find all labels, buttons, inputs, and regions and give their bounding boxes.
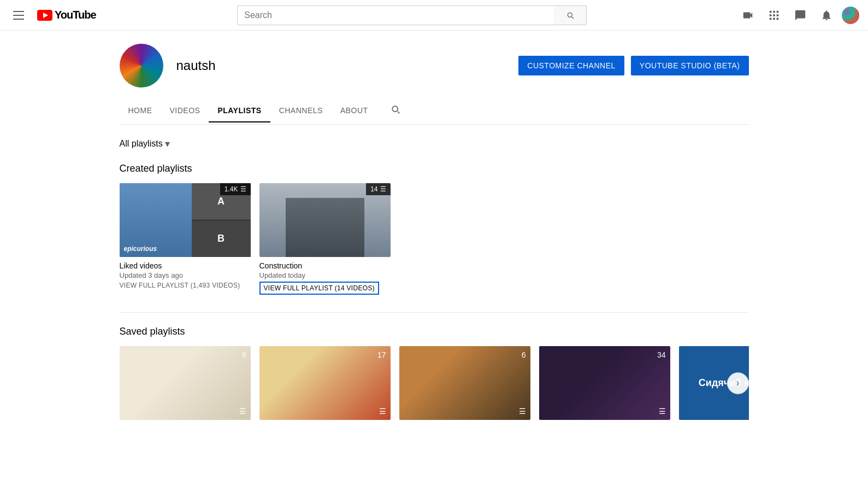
channel-search-icon[interactable] [381,96,410,124]
svg-rect-7 [777,14,779,16]
messages-icon[interactable] [789,4,811,26]
header-left: YouTube [9,7,96,24]
created-playlists-section: Created playlists A B epicurious [120,163,749,295]
tab-home[interactable]: HOME [120,98,161,122]
created-playlists-grid: A B epicurious 1.4K ☰ Liked videos Updat… [120,183,749,295]
chevron-down-icon: ▾ [165,138,170,150]
channel-nav: HOME VIDEOS PLAYLISTS CHANNELS ABOUT [120,96,749,125]
filter-row: All playlists ▾ [120,138,749,150]
filter-label: All playlists [120,139,163,149]
header: YouTube [0,0,868,31]
notifications-icon[interactable] [816,4,837,26]
queue-icon: ☰ [380,185,386,193]
search-form[interactable] [237,5,587,25]
list-item[interactable]: 9 ☰ [120,346,251,420]
queue-icon: ☰ [239,407,246,416]
youtube-studio-button[interactable]: YOUTUBE STUDIO (BETA) [631,56,749,75]
playlist-title: Construction [259,261,391,270]
saved-count-badge: 17 [377,350,386,359]
playlist-count-badge: 1.4K ☰ [220,183,251,195]
svg-rect-3 [773,10,775,13]
list-item[interactable]: A B epicurious 1.4K ☰ Liked videos Updat… [120,183,251,295]
svg-rect-2 [770,10,772,13]
header-center [96,5,728,25]
playlist-count-badge: 14 ☰ [366,183,390,195]
search-input[interactable] [237,5,554,25]
tab-channels[interactable]: CHANNELS [270,98,332,122]
saved-playlists-section: Saved playlists 9 ☰ 17 ☰ [120,326,749,420]
list-item[interactable]: 34 ☰ [539,346,670,420]
list-item[interactable]: 6 ☰ [399,346,530,420]
list-item[interactable]: 14 ☰ Construction Updated today VIEW FUL… [259,183,391,295]
saved-count-badge: 9 [242,350,246,359]
playlist-thumbnail: A B epicurious 1.4K ☰ [120,183,251,257]
youtube-logo-icon [37,10,52,21]
search-icon [566,11,575,20]
header-right [737,4,859,26]
playlist-updated: Updated today [259,271,391,279]
avatar[interactable] [842,7,859,24]
svg-rect-4 [777,10,779,13]
created-playlists-title: Created playlists [120,163,749,174]
hamburger-menu[interactable] [9,7,28,24]
channel-actions: CUSTOMIZE CHANNEL YOUTUBE STUDIO (BETA) [518,56,748,75]
view-full-playlist-link-highlighted[interactable]: VIEW FULL PLAYLIST (14 VIDEOS) [259,282,380,295]
saved-playlists-wrapper: 9 ☰ 17 ☰ 6 [120,346,749,420]
section-divider [120,312,749,313]
svg-rect-9 [773,17,775,20]
channel-content: All playlists ▾ Created playlists A B [120,125,749,451]
view-full-playlist-link[interactable]: VIEW FULL PLAYLIST (1,493 VIDEOS) [120,282,251,289]
queue-icon: ☰ [240,185,246,193]
channel-page: nautsh CUSTOMIZE CHANNEL YOUTUBE STUDIO … [107,31,762,451]
playlist-thumbnail: 14 ☰ [259,183,391,257]
svg-rect-10 [777,17,779,20]
saved-thumbnail: 6 ☰ [399,346,530,420]
saved-thumbnail: 17 ☰ [259,346,391,420]
channel-name: nautsh [176,58,506,73]
saved-playlists-title: Saved playlists [120,326,749,337]
svg-rect-5 [770,14,772,16]
channel-header: nautsh CUSTOMIZE CHANNEL YOUTUBE STUDIO … [120,31,749,96]
svg-rect-8 [770,17,772,20]
channel-avatar [120,44,163,87]
queue-icon: ☰ [519,407,526,416]
tab-playlists[interactable]: PLAYLISTS [209,98,270,122]
next-button[interactable]: › [727,372,749,394]
queue-icon: ☰ [379,407,386,416]
search-button[interactable] [554,5,587,25]
create-video-icon[interactable] [737,4,759,26]
tab-about[interactable]: ABOUT [332,98,377,122]
all-playlists-filter[interactable]: All playlists ▾ [120,138,170,150]
epicurious-label: epicurious [124,245,157,253]
playlist-updated: Updated 3 days ago [120,271,251,279]
list-item[interactable]: 17 ☰ [259,346,391,420]
tab-videos[interactable]: VIDEOS [161,98,209,122]
saved-count-badge: 6 [522,350,526,359]
logo-text: YouTube [55,9,96,21]
saved-count-badge: 34 [657,350,666,359]
saved-thumbnail: 34 ☰ [539,346,670,420]
saved-thumbnail: 9 ☰ [120,346,251,420]
customize-channel-button[interactable]: CUSTOMIZE CHANNEL [518,56,624,75]
apps-icon[interactable] [763,4,785,26]
logo[interactable]: YouTube [37,9,96,21]
playlist-title: Liked videos [120,261,251,270]
queue-icon: ☰ [659,407,666,416]
svg-rect-6 [773,14,775,16]
saved-playlists-grid: 9 ☰ 17 ☰ 6 [120,346,749,420]
